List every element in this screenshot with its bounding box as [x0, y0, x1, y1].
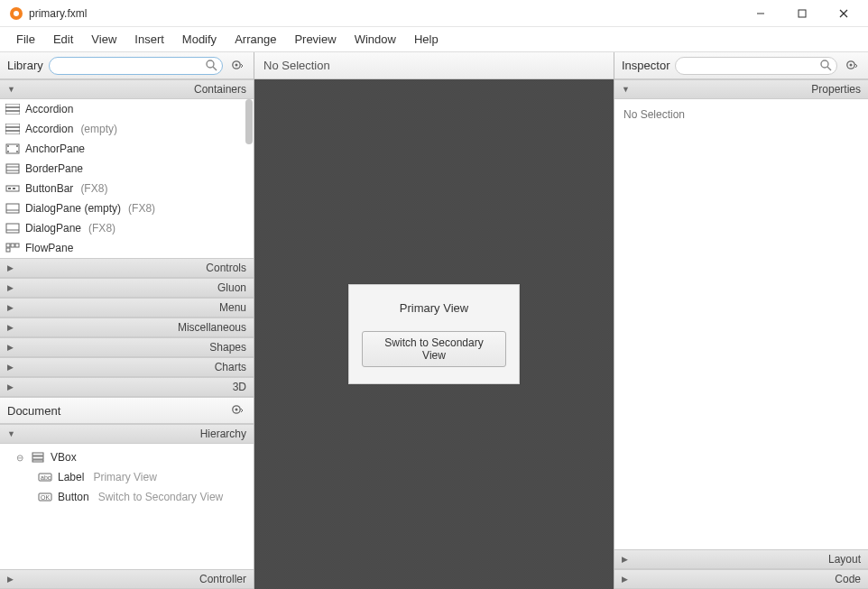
- document-header: Document: [0, 397, 254, 424]
- title-bar: primary.fxml: [0, 0, 868, 27]
- list-item[interactable]: BorderPane: [0, 159, 254, 179]
- section-gluon[interactable]: ▶Gluon: [0, 278, 254, 298]
- inspector-menu-button[interactable]: [843, 57, 861, 75]
- section-code[interactable]: ▶Code: [614, 569, 868, 589]
- svg-rect-25: [8, 188, 11, 189]
- document-menu-button[interactable]: [228, 401, 246, 419]
- chevron-down-icon: ▼: [7, 85, 15, 94]
- section-properties[interactable]: ▼Properties: [614, 79, 868, 99]
- list-item[interactable]: AnchorPane: [0, 139, 254, 159]
- menu-file[interactable]: File: [7, 29, 44, 50]
- svg-point-20: [16, 151, 18, 152]
- preview-vbox[interactable]: Primary View Switch to Secondary View: [348, 284, 520, 384]
- svg-rect-10: [5, 104, 20, 107]
- svg-point-9: [235, 63, 238, 66]
- list-item[interactable]: FlowPane: [0, 238, 254, 258]
- container-icon: [5, 104, 20, 115]
- tree-node-root[interactable]: ⊖ VBox: [0, 447, 254, 467]
- menu-view[interactable]: View: [82, 29, 125, 50]
- list-item[interactable]: ButtonBar(FX8): [0, 179, 254, 198]
- library-title: Library: [7, 59, 43, 72]
- svg-point-17: [7, 145, 9, 147]
- search-icon: [819, 59, 832, 71]
- svg-text:OK: OK: [41, 494, 50, 501]
- chevron-right-icon: ▶: [7, 363, 14, 372]
- center-panel: No Selection Primary View Switch to Seco…: [254, 52, 614, 589]
- section-hierarchy[interactable]: ▼Hierarchy: [0, 424, 254, 444]
- menu-modify[interactable]: Modify: [173, 29, 226, 50]
- svg-rect-14: [5, 127, 20, 131]
- section-miscellaneous[interactable]: ▶Miscellaneous: [0, 318, 254, 337]
- menu-arrange[interactable]: Arrange: [226, 29, 285, 50]
- svg-point-6: [207, 60, 214, 68]
- library-header: Library: [0, 52, 254, 79]
- tree-node-child[interactable]: OK Button Switch to Secondary View: [0, 487, 254, 507]
- menu-preview[interactable]: Preview: [285, 29, 345, 50]
- svg-point-18: [16, 145, 18, 147]
- svg-rect-38: [32, 456, 43, 459]
- inspector-title: Inspector: [622, 59, 669, 72]
- chevron-right-icon: ▶: [7, 283, 14, 292]
- search-icon: [205, 59, 217, 71]
- menu-help[interactable]: Help: [405, 29, 448, 50]
- svg-rect-26: [13, 188, 15, 189]
- section-shapes[interactable]: ▶Shapes: [0, 337, 254, 357]
- section-menu[interactable]: ▶Menu: [0, 298, 254, 318]
- preview-label[interactable]: Primary View: [400, 301, 468, 315]
- library-search-input[interactable]: [49, 57, 223, 75]
- container-icon: [5, 223, 20, 234]
- preview-button[interactable]: Switch to Secondary View: [362, 331, 506, 367]
- section-charts[interactable]: ▶Charts: [0, 357, 254, 377]
- container-icon: [5, 183, 20, 194]
- section-3d[interactable]: ▶3D: [0, 377, 254, 397]
- section-containers[interactable]: ▼ Containers: [0, 79, 254, 99]
- scrollbar[interactable]: [245, 99, 254, 258]
- scrollbar-thumb[interactable]: [245, 99, 253, 144]
- inspector-no-selection: No Selection: [623, 108, 685, 121]
- selection-status: No Selection: [254, 52, 614, 79]
- menu-bar: File Edit View Insert Modify Arrange Pre…: [0, 27, 868, 52]
- svg-point-47: [850, 63, 853, 66]
- menu-window[interactable]: Window: [346, 29, 405, 50]
- tree-node-child[interactable]: abc Label Primary View: [0, 467, 254, 487]
- section-controls[interactable]: ▶Controls: [0, 258, 254, 278]
- svg-rect-33: [15, 244, 19, 247]
- svg-rect-32: [11, 244, 14, 247]
- inspector-header: Inspector: [614, 52, 868, 79]
- chevron-right-icon: ▶: [7, 263, 14, 272]
- container-icon: [5, 203, 20, 214]
- svg-rect-11: [5, 107, 20, 111]
- inspector-search-input[interactable]: [675, 57, 837, 75]
- chevron-right-icon: ▶: [7, 575, 14, 584]
- chevron-right-icon: ▶: [622, 575, 628, 584]
- section-label: Containers: [194, 83, 246, 96]
- design-canvas[interactable]: Primary View Switch to Secondary View: [254, 79, 614, 589]
- document-title: Document: [7, 404, 60, 418]
- right-panel: Inspector ▼Properties No Selection ▶Layo…: [614, 52, 868, 589]
- svg-rect-31: [6, 244, 10, 247]
- minimize-button[interactable]: [740, 0, 781, 27]
- list-item[interactable]: DialogPane (empty)(FX8): [0, 198, 254, 218]
- menu-insert[interactable]: Insert: [125, 29, 173, 50]
- left-panel: Library ▼ Containers Accordion Accordion…: [0, 52, 254, 589]
- list-item[interactable]: DialogPane(FX8): [0, 218, 254, 238]
- svg-point-36: [235, 409, 238, 411]
- list-item[interactable]: Accordion(empty): [0, 119, 254, 139]
- close-button[interactable]: [823, 0, 864, 27]
- section-layout[interactable]: ▶Layout: [614, 549, 868, 569]
- containers-list: Accordion Accordion(empty) AnchorPane Bo…: [0, 99, 254, 258]
- chevron-right-icon: ▶: [7, 382, 14, 391]
- list-item[interactable]: Accordion: [0, 99, 254, 119]
- svg-rect-12: [5, 111, 20, 115]
- window-controls: [740, 0, 864, 27]
- menu-edit[interactable]: Edit: [44, 29, 82, 50]
- maximize-button[interactable]: [781, 0, 823, 27]
- library-menu-button[interactable]: [228, 57, 246, 75]
- container-icon: [5, 143, 20, 154]
- section-controller[interactable]: ▶Controller: [0, 569, 254, 589]
- window-title: primary.fxml: [29, 7, 87, 20]
- svg-rect-39: [32, 460, 43, 462]
- container-icon: [5, 124, 20, 134]
- collapse-icon[interactable]: ⊖: [14, 453, 25, 463]
- inspector-body: No Selection: [614, 99, 868, 549]
